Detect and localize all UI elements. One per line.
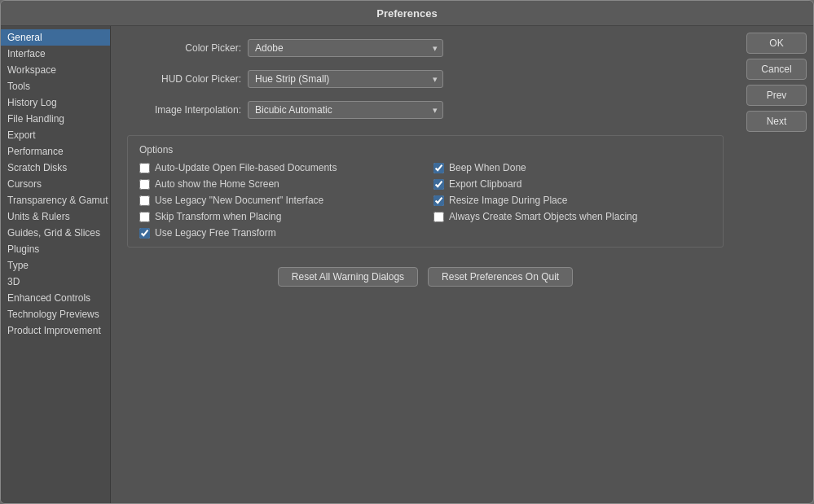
dialog-title: Preferences: [376, 7, 437, 20]
checkbox-auto-update[interactable]: Auto-Update Open File-based Documents: [139, 162, 417, 173]
checkbox-label-auto-show-home: Auto show the Home Screen: [155, 178, 279, 190]
options-box: Options Auto-Update Open File-based Docu…: [127, 135, 724, 248]
options-title: Options: [139, 144, 711, 156]
sidebar-item-performance[interactable]: Performance: [1, 143, 110, 160]
checkbox-input-beep-when-done[interactable]: [433, 163, 444, 173]
hud-color-picker-select[interactable]: Hue Strip (Small)Hue Strip (Medium)Hue S…: [248, 70, 443, 88]
color-picker-row: Color Picker: AdobeWindows: [127, 39, 724, 57]
options-grid: Auto-Update Open File-based DocumentsBee…: [139, 162, 711, 239]
checkbox-input-resize-image-during-place[interactable]: [433, 195, 444, 206]
image-interpolation-label: Image Interpolation:: [127, 104, 241, 116]
sidebar-item-interface[interactable]: Interface: [1, 46, 110, 62]
checkbox-label-always-create-smart-objects: Always Create Smart Objects when Placing: [449, 211, 637, 222]
checkbox-label-use-legacy-free-transform: Use Legacy Free Transform: [155, 227, 276, 239]
checkbox-beep-when-done[interactable]: Beep When Done: [433, 162, 711, 173]
sidebar-item-export[interactable]: Export: [1, 127, 110, 143]
prev-button[interactable]: Prev: [746, 85, 807, 106]
image-interpolation-wrapper: Bicubic AutomaticNearest NeighborBilinea…: [248, 101, 443, 119]
hud-color-picker-label: HUD Color Picker:: [127, 73, 241, 85]
checkbox-label-beep-when-done: Beep When Done: [449, 162, 526, 173]
checkbox-use-legacy-free-transform[interactable]: Use Legacy Free Transform: [139, 227, 417, 239]
checkbox-auto-show-home[interactable]: Auto show the Home Screen: [139, 178, 417, 190]
main-content: Color Picker: AdobeWindows HUD Color Pic…: [111, 26, 740, 503]
checkbox-use-legacy-new-doc[interactable]: Use Legacy "New Document" Interface: [139, 195, 417, 206]
hud-color-picker-wrapper: Hue Strip (Small)Hue Strip (Medium)Hue S…: [248, 70, 443, 88]
checkbox-resize-image-during-place[interactable]: Resize Image During Place: [433, 195, 711, 206]
sidebar-item-units-rulers[interactable]: Units & Rulers: [1, 208, 110, 225]
sidebar-item-plugins[interactable]: Plugins: [1, 241, 110, 257]
checkbox-input-use-legacy-new-doc[interactable]: [139, 195, 150, 206]
checkbox-skip-transform-placing[interactable]: Skip Transform when Placing: [139, 211, 417, 222]
dialog-body: GeneralInterfaceWorkspaceToolsHistory Lo…: [1, 26, 813, 503]
checkbox-export-clipboard[interactable]: Export Clipboard: [433, 178, 711, 190]
sidebar-item-type[interactable]: Type: [1, 257, 110, 274]
checkbox-input-skip-transform-placing[interactable]: [139, 212, 150, 222]
color-picker-label: Color Picker:: [127, 42, 241, 54]
checkbox-input-use-legacy-free-transform[interactable]: [139, 228, 150, 239]
checkbox-input-always-create-smart-objects[interactable]: [433, 212, 444, 222]
ok-button[interactable]: OK: [746, 33, 807, 54]
sidebar-item-technology-previews[interactable]: Technology Previews: [1, 306, 110, 322]
checkbox-label-use-legacy-new-doc: Use Legacy "New Document" Interface: [155, 195, 323, 206]
checkbox-input-auto-show-home[interactable]: [139, 179, 150, 190]
buttons-row: Reset All Warning Dialogs Reset Preferen…: [127, 267, 724, 287]
checkbox-label-resize-image-during-place: Resize Image During Place: [449, 195, 567, 206]
checkbox-always-create-smart-objects[interactable]: Always Create Smart Objects when Placing: [433, 211, 711, 222]
hud-color-picker-row: HUD Color Picker: Hue Strip (Small)Hue S…: [127, 70, 724, 88]
preferences-dialog: Preferences GeneralInterfaceWorkspaceToo…: [0, 0, 814, 504]
sidebar-item-enhanced-controls[interactable]: Enhanced Controls: [1, 290, 110, 306]
right-buttons: OK Cancel Prev Next: [740, 26, 813, 503]
color-picker-wrapper: AdobeWindows: [248, 39, 443, 57]
image-interpolation-row: Image Interpolation: Bicubic AutomaticNe…: [127, 101, 724, 119]
checkbox-label-skip-transform-placing: Skip Transform when Placing: [155, 211, 281, 222]
sidebar-item-history-log[interactable]: History Log: [1, 94, 110, 111]
sidebar-item-guides-grid-slices[interactable]: Guides, Grid & Slices: [1, 225, 110, 241]
checkbox-label-auto-update: Auto-Update Open File-based Documents: [155, 162, 337, 173]
title-bar: Preferences: [1, 1, 813, 26]
sidebar-item-general[interactable]: General: [1, 29, 110, 46]
sidebar-item-3d[interactable]: 3D: [1, 274, 110, 290]
checkbox-input-auto-update[interactable]: [139, 163, 150, 173]
sidebar-item-scratch-disks[interactable]: Scratch Disks: [1, 160, 110, 176]
sidebar-item-file-handling[interactable]: File Handling: [1, 111, 110, 127]
sidebar: GeneralInterfaceWorkspaceToolsHistory Lo…: [1, 26, 111, 503]
reset-warnings-button[interactable]: Reset All Warning Dialogs: [278, 267, 418, 287]
next-button[interactable]: Next: [746, 111, 807, 132]
sidebar-item-cursors[interactable]: Cursors: [1, 176, 110, 192]
sidebar-item-product-improvement[interactable]: Product Improvement: [1, 322, 110, 339]
checkbox-input-export-clipboard[interactable]: [433, 179, 444, 190]
image-interpolation-select[interactable]: Bicubic AutomaticNearest NeighborBilinea…: [248, 101, 443, 119]
checkbox-label-export-clipboard: Export Clipboard: [449, 178, 521, 190]
sidebar-item-workspace[interactable]: Workspace: [1, 62, 110, 78]
cancel-button[interactable]: Cancel: [746, 59, 807, 80]
sidebar-item-transparency-gamut[interactable]: Transparency & Gamut: [1, 192, 110, 208]
sidebar-item-tools[interactable]: Tools: [1, 78, 110, 94]
reset-preferences-button[interactable]: Reset Preferences On Quit: [428, 267, 573, 287]
color-picker-select[interactable]: AdobeWindows: [248, 39, 443, 57]
